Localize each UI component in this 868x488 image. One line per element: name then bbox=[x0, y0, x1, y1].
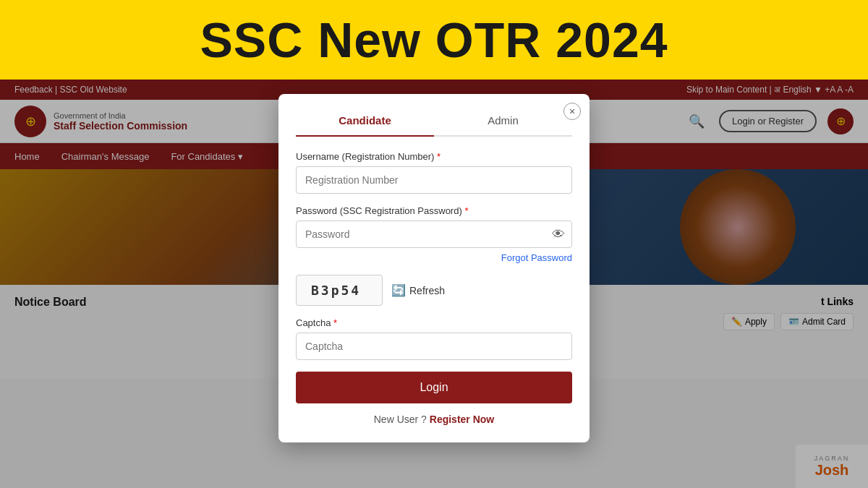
login-modal: × Candidate Admin Username (Registration… bbox=[278, 94, 590, 442]
password-wrapper: 👁 bbox=[296, 221, 572, 248]
tab-admin[interactable]: Admin bbox=[434, 108, 572, 137]
new-user-text: New User ? bbox=[374, 414, 427, 425]
captcha-input[interactable] bbox=[296, 333, 572, 360]
tab-candidate[interactable]: Candidate bbox=[296, 108, 434, 137]
password-input[interactable] bbox=[296, 221, 572, 248]
captcha-required: * bbox=[333, 317, 337, 328]
website-background: Feedback | SSC Old Website Skip to Main … bbox=[0, 80, 868, 488]
modal-overlay: × Candidate Admin Username (Registration… bbox=[0, 80, 868, 488]
register-now-link[interactable]: Register Now bbox=[430, 414, 494, 425]
refresh-label: Refresh bbox=[409, 285, 445, 296]
username-group: Username (Registration Number) * bbox=[296, 151, 572, 194]
password-required: * bbox=[464, 205, 468, 216]
username-input[interactable] bbox=[296, 166, 572, 194]
captcha-group: Captcha * bbox=[296, 317, 572, 360]
password-group: Password (SSC Registration Password) * 👁… bbox=[296, 205, 572, 263]
captcha-label: Captcha * bbox=[296, 317, 572, 328]
banner-title: SSC New OTR 2024 bbox=[200, 12, 668, 68]
modal-close-button[interactable]: × bbox=[563, 103, 581, 120]
captcha-image: B3p54 bbox=[296, 275, 383, 306]
username-required: * bbox=[437, 151, 441, 162]
username-label: Username (Registration Number) * bbox=[296, 151, 572, 162]
captcha-row: B3p54 🔄 Refresh bbox=[296, 275, 572, 306]
register-row: New User ? Register Now bbox=[296, 414, 572, 425]
forgot-password-link[interactable]: Forgot Password bbox=[296, 252, 572, 263]
toggle-password-button[interactable]: 👁 bbox=[552, 227, 565, 242]
refresh-captcha-button[interactable]: 🔄 Refresh bbox=[391, 283, 445, 297]
password-label: Password (SSC Registration Password) * bbox=[296, 205, 572, 216]
yellow-banner: SSC New OTR 2024 bbox=[0, 0, 868, 80]
modal-tabs: Candidate Admin bbox=[296, 108, 572, 137]
refresh-icon: 🔄 bbox=[391, 283, 406, 297]
login-submit-button[interactable]: Login bbox=[296, 372, 572, 403]
